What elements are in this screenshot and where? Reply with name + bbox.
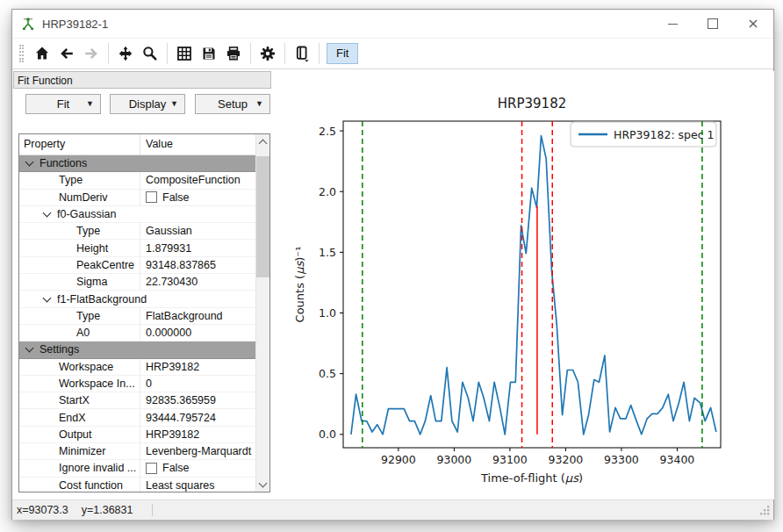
- property-name: Type: [19, 308, 140, 324]
- menu-button-label: Fit: [57, 97, 69, 111]
- x-tick-label: 93300: [604, 453, 639, 466]
- collapse-chevron-icon[interactable]: [43, 293, 52, 302]
- home-icon: [33, 45, 51, 62]
- property-name: Cost function: [19, 478, 140, 492]
- y-tick-label: 0.5: [319, 367, 336, 380]
- plot-canvas[interactable]: 9290093000931009320093300934000.00.51.01…: [273, 71, 774, 500]
- toolbar-print-button[interactable]: [222, 42, 245, 65]
- status-bar: x=93073.3 y=1.36831: [12, 500, 773, 520]
- plot-title: HRP39182: [498, 96, 566, 111]
- toolbar-gear-button[interactable]: [256, 42, 279, 65]
- prop-row-endx[interactable]: EndX93444.795724: [19, 409, 255, 426]
- prop-row-peakcentre[interactable]: PeakCentre93148.837865: [19, 257, 255, 274]
- property-value[interactable]: 0: [140, 377, 255, 390]
- property-name: Output: [19, 427, 140, 442]
- group-row-f0-gaussian[interactable]: f0-Gaussian: [19, 206, 255, 223]
- property-name: Workspace: [19, 359, 140, 375]
- collapse-chevron-icon[interactable]: [25, 158, 34, 167]
- toolbar-home-button[interactable]: [31, 42, 54, 65]
- column-header-property: Property: [19, 134, 140, 155]
- property-value[interactable]: 93444.795724: [140, 412, 255, 424]
- toolbar-grid-button[interactable]: [173, 42, 196, 65]
- prop-row-minimizer[interactable]: MinimizerLevenberg-Marquardt: [19, 443, 255, 460]
- value-text: Gaussian: [146, 225, 192, 237]
- collapse-chevron-icon[interactable]: [43, 209, 52, 218]
- toolbar-separator: [167, 43, 168, 64]
- fit-menu-button[interactable]: Fit▼: [25, 94, 101, 114]
- property-value[interactable]: False: [140, 462, 255, 474]
- value-text: 93444.795724: [146, 412, 216, 424]
- toolbar-fit-toggle-button[interactable]: Fit: [327, 43, 358, 64]
- property-name: NumDeriv: [19, 190, 140, 205]
- prop-row-cost-function[interactable]: Cost functionLeast squares: [19, 478, 255, 492]
- x-tick-label: 93200: [549, 453, 584, 466]
- toolbar-script-button[interactable]: [291, 42, 313, 65]
- prop-row-workspace-in[interactable]: Workspace In...0: [19, 376, 255, 392]
- x-axis-label: Time-of-flight (μs): [480, 471, 583, 485]
- chevron-down-icon: ▼: [255, 95, 263, 113]
- close-icon: ×: [747, 17, 758, 31]
- prop-row-numderiv[interactable]: NumDerivFalse: [19, 190, 255, 206]
- prop-row-type[interactable]: TypeGaussian: [19, 223, 255, 240]
- property-value[interactable]: Gaussian: [140, 225, 255, 237]
- display-menu-button[interactable]: Display▼: [110, 94, 185, 114]
- property-value[interactable]: Least squares: [140, 479, 255, 492]
- value-text: HRP39182: [146, 428, 199, 441]
- scrollbar-down-arrow-icon[interactable]: [256, 477, 269, 492]
- table-scrollbar[interactable]: [255, 134, 269, 492]
- group-row-settings[interactable]: Settings: [19, 341, 255, 358]
- value-text: False: [162, 191, 190, 204]
- property-value[interactable]: 22.730430: [140, 276, 255, 288]
- y-tick-label: 1.0: [319, 306, 336, 320]
- property-value[interactable]: 92835.365959: [140, 394, 255, 406]
- collapse-chevron-icon[interactable]: [25, 344, 34, 353]
- fit-window: HRP39182-1 × Fit Fit Function Fit▼Displa…: [11, 9, 774, 520]
- setup-menu-button[interactable]: Setup▼: [195, 94, 270, 114]
- property-value[interactable]: Levenberg-Marquardt: [140, 445, 255, 457]
- property-name: Type: [19, 223, 140, 239]
- scrollbar-up-arrow-icon[interactable]: [256, 134, 269, 149]
- prop-row-sigma[interactable]: Sigma22.730430: [19, 274, 255, 291]
- prop-row-workspace[interactable]: WorkspaceHRP39182: [19, 359, 255, 376]
- toolbar-zoom-button[interactable]: [139, 42, 162, 65]
- toolbar-back-button[interactable]: [55, 42, 78, 65]
- property-value[interactable]: CompositeFunction: [140, 174, 255, 186]
- numderiv-checkbox[interactable]: [146, 191, 157, 203]
- prop-row-type[interactable]: TypeCompositeFunction: [19, 172, 255, 189]
- column-header-value: Value: [140, 134, 255, 155]
- title-bar[interactable]: HRP39182-1 ×: [12, 10, 773, 38]
- fit-plot[interactable]: 9290093000931009320093300934000.00.51.01…: [273, 71, 774, 500]
- prop-row-a0[interactable]: A00.000000: [19, 325, 255, 341]
- group-label: Functions: [40, 157, 87, 169]
- prop-row-ignore-invalid[interactable]: Ignore invalid ...False: [19, 460, 255, 477]
- gear-icon: [259, 45, 277, 62]
- property-value[interactable]: 0.000000: [140, 327, 255, 339]
- scrollbar-thumb[interactable]: [256, 156, 269, 277]
- maximize-button[interactable]: [693, 10, 733, 38]
- property-value[interactable]: False: [140, 191, 255, 204]
- property-value[interactable]: 1.879931: [140, 242, 255, 255]
- toolbar-forward-button[interactable]: [80, 42, 103, 65]
- property-name: Height: [19, 240, 140, 255]
- toolbar-save-button[interactable]: [198, 42, 220, 65]
- property-value[interactable]: FlatBackground: [140, 310, 255, 322]
- resize-grip-icon[interactable]: [760, 506, 770, 515]
- prop-row-type[interactable]: TypeFlatBackground: [19, 308, 255, 325]
- group-row-functions[interactable]: Functions: [19, 155, 255, 172]
- property-value[interactable]: HRP39182: [140, 361, 255, 373]
- prop-row-startx[interactable]: StartX92835.365959: [19, 392, 255, 409]
- prop-row-output[interactable]: OutputHRP39182: [19, 427, 255, 443]
- pan-icon: [117, 45, 134, 62]
- property-value[interactable]: 93148.837865: [140, 259, 255, 271]
- toolbar-drag-handle[interactable]: [19, 45, 24, 62]
- prop-row-height[interactable]: Height1.879931: [19, 240, 255, 256]
- chevron-down-icon: ▼: [86, 95, 94, 113]
- fit-property-table: Property Value FunctionsTypeCompositeFun…: [18, 133, 270, 492]
- property-value[interactable]: HRP39182: [140, 428, 255, 441]
- close-button[interactable]: ×: [733, 10, 773, 38]
- group-label: f0-Gaussian: [57, 208, 116, 220]
- group-row-f1-flatbackground[interactable]: f1-FlatBackground: [19, 291, 255, 307]
- toolbar-pan-button[interactable]: [114, 42, 137, 65]
- ignore-invalid-checkbox[interactable]: [146, 463, 157, 474]
- minimize-button[interactable]: [652, 10, 693, 38]
